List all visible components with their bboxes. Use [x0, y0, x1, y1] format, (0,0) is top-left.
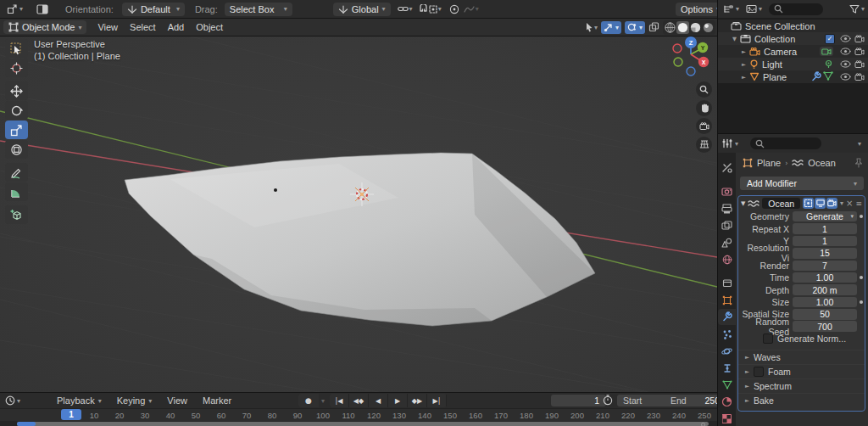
tool-options-button[interactable] [36, 4, 48, 14]
current-frame-field[interactable]: 1 [551, 395, 606, 406]
breadcrumb-modifier[interactable]: Ocean [808, 158, 835, 168]
camera-data-icon[interactable] [820, 47, 833, 56]
camera-view-button[interactable] [696, 118, 712, 134]
properties-search-input[interactable] [750, 137, 821, 149]
disclosure-closed-icon[interactable]: ► [742, 74, 749, 81]
tab-object[interactable] [718, 292, 736, 308]
drag-dropdown[interactable]: Select Box ▾ [225, 3, 292, 16]
disclosure-open-icon[interactable]: ▼ [732, 36, 740, 42]
auto-keying-button[interactable]: ● [298, 394, 319, 407]
eye-icon[interactable] [840, 35, 851, 42]
row-value-field[interactable]: 1.00 [793, 297, 857, 308]
modifier-wrench-icon[interactable] [810, 71, 821, 82]
tab-constraints[interactable] [718, 360, 736, 376]
zoom-button[interactable] [696, 81, 712, 98]
scrollbar-grip-right[interactable] [701, 423, 705, 426]
timeline-scrollbar[interactable] [0, 421, 717, 426]
timeline-menu-view[interactable]: View [159, 395, 195, 406]
camera-restrict-icon[interactable] [854, 48, 865, 56]
tool-rotate[interactable] [5, 101, 28, 120]
camera-restrict-icon[interactable] [854, 60, 865, 69]
subpanel-waves[interactable]: ►Waves [738, 350, 865, 364]
eye-icon[interactable] [840, 48, 851, 55]
divider-vertical[interactable] [717, 0, 718, 426]
mesh-data-icon[interactable] [823, 71, 833, 82]
solid-shading-button[interactable] [676, 21, 689, 34]
eye-icon[interactable] [840, 73, 851, 81]
tab-tool[interactable] [718, 160, 736, 176]
outliner-row-light[interactable]: ►Light [718, 58, 868, 70]
outliner-label[interactable]: Camera [764, 47, 797, 57]
filter-dropdown[interactable]: ▾ [849, 4, 865, 14]
modifier-name-field[interactable]: Ocean [762, 198, 800, 209]
magnet-icon[interactable] [419, 4, 428, 14]
tool-transform[interactable] [5, 140, 28, 159]
tab-object-data[interactable] [718, 377, 736, 393]
tab-view-layer[interactable] [718, 217, 736, 233]
timeline-menu-marker[interactable]: Marker [195, 395, 239, 406]
outliner-label[interactable]: Light [762, 59, 782, 70]
grip-icon[interactable]: ≡ [855, 199, 862, 208]
menu-add[interactable]: Add [162, 22, 191, 32]
rendered-shading-button[interactable] [702, 21, 715, 34]
wireframe-shading-button[interactable] [664, 21, 676, 34]
subpanel-spectrum[interactable]: ►Spectrum [738, 378, 865, 393]
stopwatch-icon[interactable] [603, 395, 613, 406]
subpanel-foam[interactable]: ►Foam [738, 364, 865, 378]
breadcrumb-object[interactable]: Plane [757, 158, 781, 168]
selectability-dropdown[interactable]: ▾ [585, 22, 598, 32]
chevron-down-icon[interactable]: ▾ [438, 5, 442, 13]
outliner-label[interactable]: Scene Collection [745, 21, 815, 31]
foam-checkbox[interactable] [754, 367, 764, 377]
row-value-field[interactable]: 1 [793, 223, 857, 234]
falloff-curve-icon[interactable] [464, 5, 475, 14]
outliner-label[interactable]: Plane [763, 72, 787, 82]
chevron-down-icon[interactable]: ▾ [409, 5, 413, 13]
eye-icon[interactable] [840, 60, 851, 68]
row-value-field[interactable]: 700 [793, 321, 857, 332]
menu-select[interactable]: Select [124, 22, 162, 32]
outliner-row-camera[interactable]: ►Camera [718, 45, 868, 58]
viewport-3d[interactable]: User Perspective (1) Collection | Plane … [0, 36, 717, 392]
timeline-menu-playback[interactable]: Playback▾ [49, 395, 109, 406]
divider-outliner-props[interactable] [718, 133, 868, 134]
transform-orientation-dropdown[interactable]: Global ▾ [333, 3, 391, 16]
perspective-grid-button[interactable] [696, 137, 712, 153]
xray-toggle[interactable] [648, 22, 659, 32]
timeline-editor-dropdown[interactable]: ▾ [5, 395, 20, 406]
menu-object[interactable]: Object [190, 22, 229, 32]
next-keyframe-button[interactable]: ◆▶ [408, 394, 427, 407]
display-mode-dropdown[interactable]: ▾ [746, 4, 762, 14]
gizmo-toggle[interactable]: ▾ [601, 21, 621, 34]
menu-view[interactable]: View [92, 22, 124, 32]
tool-add-cube[interactable] [5, 205, 28, 224]
pan-hand-button[interactable] [696, 100, 712, 116]
row-value-field[interactable]: 7 [793, 261, 857, 272]
chevron-down-icon[interactable]: ▾ [321, 397, 325, 405]
row-value-field[interactable]: 15 [793, 248, 857, 259]
generate-normals-checkbox[interactable] [763, 334, 773, 344]
animate-dot[interactable] [860, 215, 863, 218]
gizmo-neg-x-ball[interactable] [673, 44, 682, 53]
snap-target-icon[interactable] [429, 5, 437, 14]
render-toggle[interactable] [826, 198, 837, 209]
tool-select-box[interactable] [5, 39, 28, 58]
chevron-down-icon[interactable]: ▾ [476, 5, 479, 13]
gizmo-neg-y-ball[interactable] [674, 58, 682, 66]
tool-cursor[interactable] [5, 59, 28, 77]
disclosure-closed-icon[interactable]: ► [742, 61, 749, 68]
editor-type-dropdown[interactable]: ▾ [723, 4, 739, 14]
overlays-toggle[interactable]: ▾ [625, 21, 645, 34]
playhead[interactable]: 1 [61, 409, 81, 420]
play-reverse-button[interactable]: ◀ [369, 394, 388, 407]
outliner-row-collection[interactable]: ▼Collection✓ [718, 32, 868, 45]
add-modifier-button[interactable]: Add Modifier ▾ [740, 177, 864, 190]
tab-particles[interactable] [718, 326, 736, 342]
properties-editor-dropdown[interactable]: ▾ [721, 138, 738, 149]
animate-dot[interactable] [860, 300, 863, 304]
outliner-row-plane[interactable]: ►Plane [718, 70, 868, 83]
camera-restrict-icon[interactable] [854, 73, 865, 81]
tab-modifiers[interactable] [718, 309, 736, 325]
tab-collection[interactable] [718, 275, 736, 291]
camera-restrict-icon[interactable] [854, 35, 865, 43]
